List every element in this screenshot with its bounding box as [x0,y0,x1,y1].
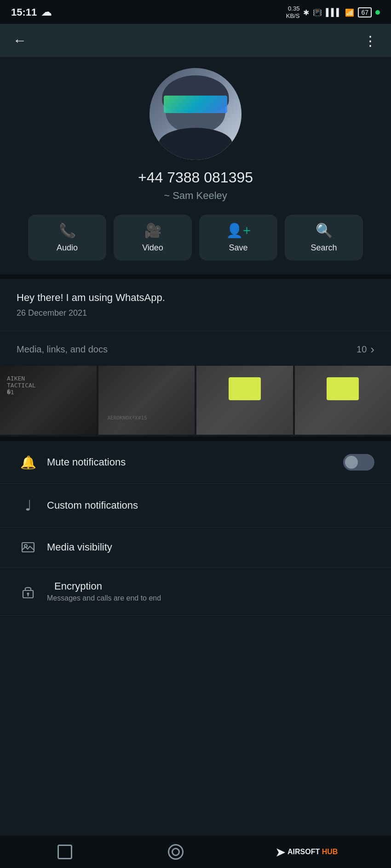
media-thumb-4[interactable] [295,366,391,435]
action-buttons: 📞 Audio 🎥 Video 👤+ Save 🔍 Search [9,215,382,261]
bottom-nav: ➤ AIRSOFT HUB [0,836,391,868]
media-count-button[interactable]: 10 › [356,342,374,357]
video-label: Video [142,243,163,253]
settings-section: 🔔 Mute notifications ♩ Custom notificati… [0,437,391,616]
mute-notifications-label: Mute notifications [47,456,343,468]
more-menu-button[interactable]: ⋮ [363,33,378,49]
svg-rect-0 [22,543,34,552]
bell-icon: 🔔 [17,455,40,470]
photo-icon [17,540,40,554]
header: ← ⋮ [0,24,391,57]
audio-label: Audio [57,243,78,253]
phone-icon: 📞 [59,222,76,238]
circle-icon [168,844,184,860]
save-contact-button[interactable]: 👤+ Save [199,215,277,261]
signal-icon: ▌▌▌ [326,8,341,17]
media-thumb-2[interactable] [98,366,195,435]
wifi-icon: 📶 [345,8,354,17]
media-grid [0,366,391,437]
save-icon: 👤+ [226,222,251,238]
media-visibility-label: Media visibility [47,541,374,553]
network-speed: 0.35KB/S [286,5,300,19]
airsoft-arrow-icon: ➤ [275,845,286,860]
avatar-image [150,68,242,160]
video-icon: 🎥 [144,222,161,238]
media-section: Media, links, and docs 10 › [0,331,391,437]
audio-call-button[interactable]: 📞 Audio [28,215,106,261]
encryption-row[interactable]: Encryption Messages and calls are end to… [0,567,391,616]
battery-level: 67 [358,7,372,17]
status-section: Hey there! I am using WhatsApp. 26 Decem… [0,279,391,331]
svg-point-3 [27,593,29,595]
airsoft-hub-text: AIRSOFT HUB [288,848,338,856]
body-silhouette [159,128,232,160]
contact-name: ~ Sam Keeley [164,190,227,202]
encryption-label: Encryption [54,580,374,592]
battery-dot [375,10,380,15]
phone-number: +44 7388 081395 [138,169,253,186]
media-thumb-1[interactable] [0,366,97,435]
bluetooth-icon: ✱ [303,8,309,17]
music-note-icon: ♩ [17,497,40,514]
save-label: Save [229,243,247,253]
cloud-icon: ☁ [41,6,52,18]
profile-section: +44 7388 081395 ~ Sam Keeley 📞 Audio 🎥 V… [0,57,391,274]
status-time: 15:11 [11,6,37,18]
search-icon: 🔍 [316,222,333,238]
search-button[interactable]: 🔍 Search [285,215,363,261]
back-nav-button[interactable] [164,840,187,863]
avatar[interactable] [150,68,242,160]
vibrate-icon: 📳 [313,8,322,17]
back-button[interactable]: ← [13,33,27,48]
helmet-visor [164,96,227,113]
chevron-right-icon: › [370,342,374,357]
status-date: 26 December 2021 [17,308,374,318]
whatsapp-status-text: Hey there! I am using WhatsApp. [17,292,374,304]
home-button[interactable] [53,840,76,863]
mute-notifications-row[interactable]: 🔔 Mute notifications [0,441,391,484]
media-thumb-3[interactable] [196,366,293,435]
square-icon [58,845,72,859]
custom-notifications-row[interactable]: ♩ Custom notifications [0,484,391,528]
lock-icon [17,584,40,599]
search-label: Search [310,243,337,253]
media-visibility-row[interactable]: Media visibility [0,528,391,567]
media-header: Media, links, and docs 10 › [0,331,391,366]
media-title: Media, links, and docs [17,344,108,355]
custom-notifications-label: Custom notifications [47,499,374,511]
airsoft-hub-logo[interactable]: ➤ AIRSOFT HUB [275,845,338,860]
mute-toggle[interactable] [343,454,374,471]
section-divider-1 [0,274,391,279]
video-call-button[interactable]: 🎥 Video [114,215,192,261]
encryption-subtitle: Messages and calls are end to end [47,594,374,602]
status-bar: 15:11 ☁ 0.35KB/S ✱ 📳 ▌▌▌ 📶 67 [0,0,391,24]
